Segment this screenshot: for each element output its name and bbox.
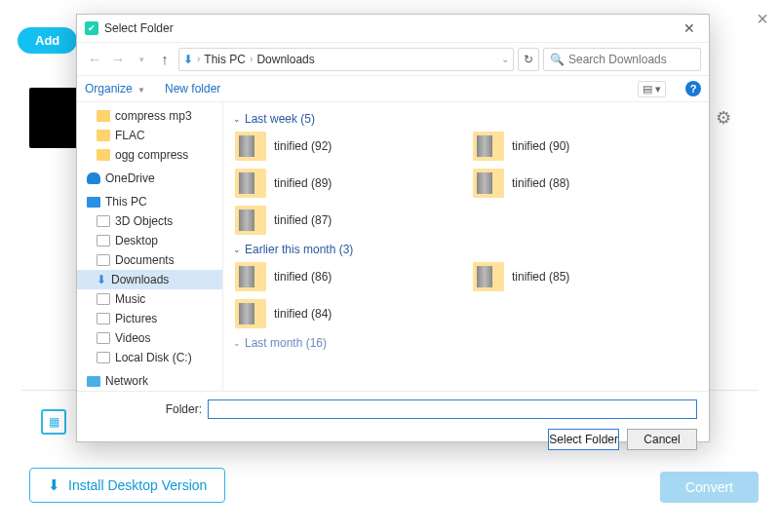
folder-item[interactable]: tinified (86) [233, 260, 461, 293]
folder-item[interactable]: tinified (88) [471, 167, 699, 200]
address-bar[interactable]: ⬇ › This PC › Downloads ⌄ [178, 48, 514, 71]
help-icon[interactable]: ? [685, 81, 701, 96]
folder-icon [235, 206, 266, 235]
folder-icon [473, 169, 504, 198]
dialog-title: Select Folder [104, 21, 678, 35]
tree-item[interactable]: ogg compress [77, 145, 222, 165]
tree-item-thispc[interactable]: This PC [77, 192, 222, 211]
chevron-down-icon: ▼ [137, 86, 145, 95]
folder-item[interactable]: tinified (92) [233, 130, 461, 163]
add-button[interactable]: Add [18, 27, 77, 54]
group-title: Last week (5) [245, 112, 315, 126]
close-icon[interactable]: ✕ [678, 19, 701, 38]
nav-recent-icon[interactable]: ▾ [132, 55, 151, 64]
folder-icon [235, 299, 266, 328]
convert-button[interactable]: Convert [660, 472, 759, 503]
tree-item-network[interactable]: Network [77, 371, 222, 391]
nav-forward-icon: → [108, 51, 128, 67]
group-header[interactable]: ⌄Last week (5) [233, 112, 699, 126]
tree-label: Pictures [115, 312, 157, 325]
tree-label: Desktop [115, 234, 158, 247]
folder-icon [473, 132, 504, 161]
organize-label: Organize [85, 82, 133, 95]
tree-label: compress mp3 [115, 109, 192, 123]
group-header[interactable]: ⌄Last month (16) [233, 336, 699, 350]
tree-item[interactable]: compress mp3 [77, 106, 222, 126]
chevron-down-icon: ⌄ [233, 338, 241, 348]
folder-input[interactable] [208, 399, 697, 419]
search-box[interactable]: 🔍 [543, 48, 701, 71]
tree-item[interactable]: FLAC [77, 126, 222, 145]
pictures-icon [97, 313, 110, 324]
pc-icon [87, 197, 100, 208]
download-icon: ⬇ [48, 476, 60, 494]
folder-icon [97, 130, 110, 141]
breadcrumb-current[interactable]: Downloads [256, 53, 314, 66]
chevron-down-icon: ⌄ [233, 245, 241, 254]
folder-name: tinified (89) [274, 176, 332, 190]
tree-item[interactable]: 3D Objects [77, 211, 222, 231]
folder-content: ⌄Last week (5) tinified (92) tinified (9… [223, 102, 709, 391]
tree-item[interactable]: Videos [77, 328, 222, 348]
tree-item-onedrive[interactable]: OneDrive [77, 169, 222, 188]
folder-icon [235, 132, 266, 161]
network-icon [87, 376, 100, 387]
group-title: Last month (16) [245, 336, 327, 350]
tree-label: OneDrive [105, 171, 155, 185]
tree-item[interactable]: Documents [77, 250, 222, 270]
folder-icon [235, 169, 266, 198]
folder-icon [473, 262, 504, 291]
breadcrumb-root[interactable]: This PC [204, 53, 246, 66]
view-options-icon[interactable]: ▤ ▾ [638, 81, 666, 97]
tree-item[interactable]: Local Disk (C:) [77, 348, 222, 367]
new-folder-button[interactable]: New folder [165, 82, 220, 95]
videos-icon [97, 332, 110, 344]
folder-item[interactable]: tinified (85) [471, 260, 699, 293]
cloud-icon [87, 172, 100, 184]
group-header[interactable]: ⌄Earlier this month (3) [233, 243, 699, 256]
chevron-down-icon[interactable]: ⌄ [501, 54, 509, 64]
refresh-icon[interactable]: ↻ [518, 48, 539, 71]
folder-item[interactable]: tinified (84) [233, 297, 461, 330]
tree-item[interactable]: Desktop [77, 231, 222, 250]
chevron-right-icon: › [250, 54, 253, 64]
disk-icon [97, 352, 110, 363]
3d-icon [97, 215, 110, 227]
folder-name: tinified (87) [274, 213, 332, 227]
downloads-icon: ⬇ [183, 53, 193, 66]
nav-back-icon[interactable]: ← [85, 51, 104, 67]
music-icon [97, 293, 110, 305]
downloads-icon: ⬇ [97, 273, 106, 286]
film-icon[interactable]: ▦ [41, 409, 66, 435]
tree-label: Downloads [111, 273, 169, 286]
tree-label: Network [105, 374, 148, 388]
tree-label: Documents [115, 253, 175, 267]
tree-item[interactable]: Pictures [77, 309, 222, 328]
desktop-icon [97, 235, 110, 247]
folder-item[interactable]: tinified (87) [233, 204, 461, 237]
tree-label: Music [115, 292, 145, 306]
folder-name: tinified (90) [512, 139, 569, 153]
nav-up-icon[interactable]: ↑ [155, 51, 175, 67]
folder-tree: compress mp3 FLAC ogg compress OneDrive … [77, 102, 223, 391]
folder-item[interactable]: tinified (89) [233, 167, 461, 200]
chevron-down-icon: ⌄ [233, 114, 241, 124]
tree-label: FLAC [115, 129, 145, 142]
documents-icon [97, 254, 110, 266]
tree-label: 3D Objects [115, 214, 173, 228]
tree-label: ogg compress [115, 148, 188, 162]
tree-label: This PC [105, 195, 147, 209]
search-input[interactable] [568, 53, 694, 66]
cancel-button[interactable]: Cancel [627, 429, 697, 450]
folder-name: tinified (86) [274, 270, 332, 284]
folder-icon [235, 262, 266, 291]
organize-menu[interactable]: Organize ▼ [85, 82, 145, 95]
tree-item-downloads[interactable]: ⬇Downloads [77, 270, 222, 289]
gear-icon[interactable]: ⚙ [716, 107, 731, 129]
install-desktop-button[interactable]: ⬇ Install Desktop Version [29, 468, 225, 503]
tree-item[interactable]: Music [77, 289, 222, 309]
select-folder-button[interactable]: Select Folder [548, 429, 619, 450]
app-close-icon[interactable]: × [757, 8, 768, 30]
group-title: Earlier this month (3) [245, 243, 353, 256]
folder-item[interactable]: tinified (90) [471, 130, 699, 163]
